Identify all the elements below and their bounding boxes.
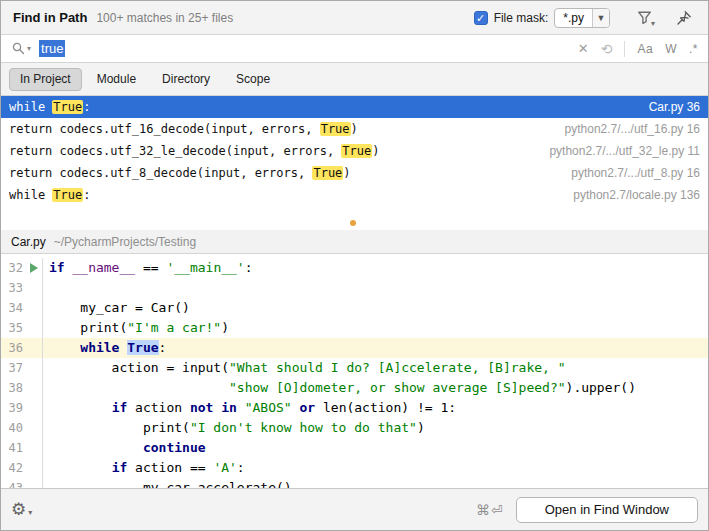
scope-tab-in-project[interactable]: In Project [9, 68, 82, 91]
result-text: return codecs.utf_16_decode(input, error… [9, 122, 553, 136]
filter-icon[interactable]: ▾ [632, 6, 656, 30]
result-row[interactable]: while True:python2.7/locale.py 136 [1, 184, 708, 206]
line-number: 32 [7, 258, 23, 278]
divider [624, 41, 625, 57]
search-history-icon[interactable]: ⟲ [601, 41, 613, 57]
preview-file-path: ~/PycharmProjects/Testing [54, 235, 196, 249]
code-text [43, 278, 49, 298]
editor-gutter[interactable]: 41 [1, 438, 43, 458]
editor-gutter[interactable]: 38 [1, 378, 43, 398]
search-query-selected-text: true [39, 40, 65, 57]
open-in-find-window-button[interactable]: Open in Find Window [516, 497, 698, 523]
results-list: while True:Car.py 36return codecs.utf_16… [1, 96, 708, 230]
match-highlight: True [52, 188, 83, 202]
code-line: 32if __name__ == '__main__': [1, 258, 708, 278]
code-line: 41 continue [1, 438, 708, 458]
line-number: 40 [7, 418, 23, 438]
result-location: python2.7/.../utf_32_le.py 11 [549, 144, 700, 158]
regex-toggle[interactable]: .* [689, 42, 698, 56]
code-line: 33 [1, 278, 708, 298]
line-number: 39 [7, 398, 23, 418]
code-text: my_car.accelerate() [43, 478, 292, 488]
result-text: while True: [9, 100, 637, 114]
result-location: python2.7/locale.py 136 [573, 188, 700, 202]
code-preview-editor[interactable]: 32if __name__ == '__main__':3334 my_car … [1, 254, 708, 488]
chevron-down-icon: ▾ [27, 44, 31, 53]
line-number: 33 [7, 278, 23, 298]
file-mask-value[interactable]: *.py [555, 9, 592, 27]
preview-file-tab[interactable]: Car.py [11, 235, 46, 249]
match-summary: 100+ matches in 25+ files [96, 11, 233, 25]
code-text: action = input("What should I do? [A]cce… [43, 358, 566, 378]
editor-gutter[interactable]: 43 [1, 478, 43, 488]
code-line: 42 if action == 'A': [1, 458, 708, 478]
scope-tab-scope[interactable]: Scope [225, 68, 281, 91]
search-field[interactable]: ▾ true ✕ ⟲ Aa W .* [1, 35, 708, 63]
find-in-path-dialog: Find in Path 100+ matches in 25+ files ✓… [0, 0, 709, 531]
code-line: 38 "show [O]dometer, or show average [S]… [1, 378, 708, 398]
match-highlight: True [312, 166, 343, 180]
whole-words-toggle[interactable]: W [665, 42, 677, 56]
editor-gutter[interactable]: 40 [1, 418, 43, 438]
result-text: while True: [9, 188, 561, 202]
pin-icon[interactable] [672, 6, 696, 30]
match-highlight: True [320, 122, 351, 136]
dialog-title: Find in Path [13, 10, 87, 25]
editor-gutter[interactable]: 34 [1, 298, 43, 318]
chevron-down-icon[interactable]: ▼ [592, 9, 609, 27]
chevron-down-icon: ▾ [28, 508, 32, 517]
code-text: print("I don't know how to do that") [43, 418, 425, 438]
dialog-header: Find in Path 100+ matches in 25+ files ✓… [1, 1, 708, 35]
line-number: 35 [7, 318, 23, 338]
search-icon[interactable]: ▾ [11, 41, 31, 56]
search-input[interactable]: true [39, 41, 578, 56]
run-script-icon[interactable] [30, 263, 38, 273]
file-mask-label: File mask: [494, 11, 549, 25]
file-mask-checkbox[interactable]: ✓ [474, 11, 488, 25]
keyboard-shortcut-hint: ⌘⏎ [476, 502, 504, 518]
code-text: print("I'm a car!") [43, 318, 229, 338]
result-location: Car.py 36 [649, 100, 700, 114]
editor-gutter[interactable]: 37 [1, 358, 43, 378]
result-row[interactable]: return codecs.utf_8_decode(input, errors… [1, 162, 708, 184]
code-text: if action == 'A': [43, 458, 245, 478]
result-text: return codecs.utf_32_le_decode(input, er… [9, 144, 537, 158]
result-text: return codecs.utf_8_decode(input, errors… [9, 166, 559, 180]
editor-gutter[interactable]: 32 [1, 258, 43, 278]
code-text: if __name__ == '__main__': [43, 258, 253, 278]
match-highlight: True [341, 144, 372, 158]
code-line: 35 print("I'm a car!") [1, 318, 708, 338]
code-line: 39 if action not in "ABOS" or len(action… [1, 398, 708, 418]
result-location: python2.7/.../utf_16.py 16 [565, 122, 700, 136]
editor-gutter[interactable]: 33 [1, 278, 43, 298]
code-line: 34 my_car = Car() [1, 298, 708, 318]
scope-tab-module[interactable]: Module [86, 68, 147, 91]
line-number: 38 [7, 378, 23, 398]
result-row[interactable]: return codecs.utf_16_decode(input, error… [1, 118, 708, 140]
code-text: if action not in "ABOS" or len(action) !… [43, 398, 456, 418]
code-line: 40 print("I don't know how to do that") [1, 418, 708, 438]
result-location: python2.7/.../utf_8.py 16 [571, 166, 700, 180]
clear-search-icon[interactable]: ✕ [578, 41, 589, 56]
preview-header: Car.py ~/PycharmProjects/Testing [1, 230, 708, 254]
result-row[interactable]: while True:Car.py 36 [1, 96, 708, 118]
line-number: 42 [7, 458, 23, 478]
result-row[interactable]: return codecs.utf_32_le_decode(input, er… [1, 140, 708, 162]
code-text: while True: [43, 338, 166, 358]
line-number: 37 [7, 358, 23, 378]
editor-gutter[interactable]: 36 [1, 338, 43, 358]
match-case-toggle[interactable]: Aa [637, 42, 653, 56]
editor-gutter[interactable]: 39 [1, 398, 43, 418]
gear-icon[interactable]: ⚙ ▾ [11, 499, 32, 520]
editor-gutter[interactable]: 35 [1, 318, 43, 338]
code-text: continue [43, 438, 206, 458]
line-number: 34 [7, 298, 23, 318]
chevron-down-icon: ▾ [651, 19, 655, 28]
scope-tab-directory[interactable]: Directory [151, 68, 221, 91]
file-mask-combo[interactable]: *.py ▼ [554, 8, 610, 28]
editor-gutter[interactable]: 42 [1, 458, 43, 478]
code-line: 36 while True: [1, 338, 708, 358]
dialog-footer: ⚙ ▾ ⌘⏎ Open in Find Window [1, 488, 708, 530]
code-text: "show [O]dometer, or show average [S]pee… [43, 378, 636, 398]
progress-indicator-dot [350, 220, 356, 226]
